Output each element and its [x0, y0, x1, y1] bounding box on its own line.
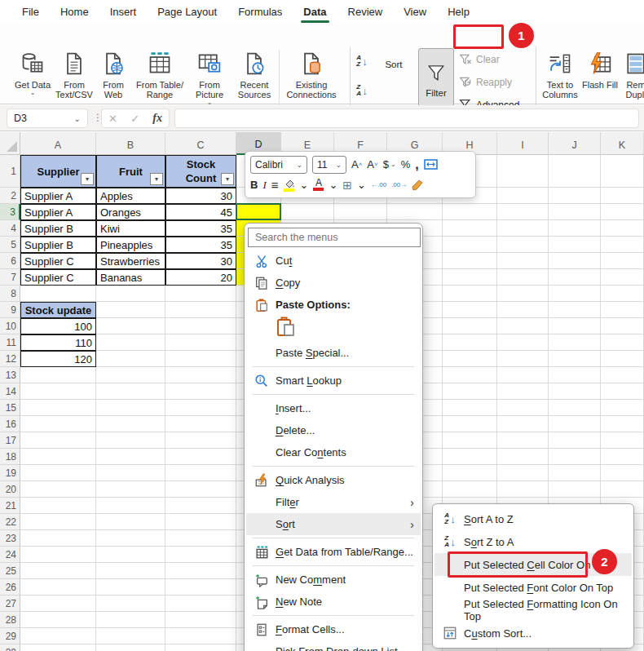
cell-A25[interactable]	[20, 563, 96, 579]
cell-K17[interactable]	[601, 432, 644, 449]
cell-H20[interactable]	[443, 481, 497, 498]
row-header-26[interactable]: 26	[0, 579, 20, 596]
cell-B9[interactable]	[96, 302, 165, 318]
submenu-item-put-selected-font-color-on-top[interactable]: Put Selected Font Color On Top	[434, 576, 632, 599]
cell-J3[interactable]	[549, 204, 601, 220]
cell-C10[interactable]	[165, 318, 236, 334]
percent-style-button[interactable]: %	[401, 159, 411, 170]
align-button[interactable]: ≡	[271, 179, 279, 191]
cell-H8[interactable]	[443, 286, 497, 302]
cell-A9[interactable]: Stock update	[20, 302, 96, 318]
font-color-button[interactable]: A	[313, 179, 324, 191]
shrink-font-button[interactable]: A˅	[367, 159, 377, 170]
cell-A13[interactable]	[20, 367, 96, 383]
row-header-29[interactable]: 29	[0, 628, 20, 644]
font-name-combo[interactable]: Calibri⌄	[250, 156, 307, 174]
submenu-item-sort-a-to-z[interactable]: AZ↓Sort A to Z	[434, 507, 632, 530]
menu-item-quick-analysis[interactable]: Quick Analysis	[246, 469, 421, 491]
cell-K20[interactable]	[601, 481, 644, 498]
cell-A18[interactable]	[20, 449, 96, 465]
cell-C1[interactable]: Stock Count▾	[165, 155, 236, 188]
row-header-15[interactable]: 15	[0, 400, 20, 416]
cell-I18[interactable]	[497, 449, 549, 465]
fill-color-button[interactable]	[284, 179, 295, 192]
cell-B19[interactable]	[96, 465, 165, 481]
cell-I6[interactable]	[497, 253, 549, 269]
cell-A30[interactable]	[20, 644, 96, 651]
cell-A28[interactable]	[20, 612, 96, 628]
cell-H12[interactable]	[443, 351, 497, 367]
cell-H14[interactable]	[443, 383, 497, 400]
column-header-B[interactable]: B	[96, 132, 165, 155]
cell-K5[interactable]	[601, 237, 644, 253]
row-header-10[interactable]: 10	[0, 318, 20, 334]
cell-A16[interactable]	[20, 416, 96, 432]
row-header-12[interactable]: 12	[0, 351, 20, 367]
cell-C14[interactable]	[165, 383, 236, 400]
cell-H4[interactable]	[443, 220, 497, 237]
cell-C27[interactable]	[165, 596, 236, 612]
row-header-5[interactable]: 5	[0, 237, 20, 253]
cell-I7[interactable]	[497, 269, 549, 286]
cell-A12[interactable]: 120	[20, 351, 96, 367]
menu-item-filter[interactable]: Filter›	[246, 491, 421, 513]
row-header-17[interactable]: 17	[0, 432, 20, 449]
cell-H3[interactable]	[443, 204, 497, 220]
cell-C22[interactable]	[165, 514, 236, 530]
cell-A8[interactable]	[20, 286, 96, 302]
row-header-27[interactable]: 27	[0, 596, 20, 612]
menu-item-clear-contents[interactable]: Clear Contents	[246, 441, 421, 463]
cell-C7[interactable]: 20	[165, 269, 236, 286]
text-to-columns-button[interactable]: Text to Columns	[538, 50, 582, 108]
cell-A2[interactable]: Supplier A	[20, 188, 96, 204]
cell-B3[interactable]: Oranges	[96, 204, 165, 220]
cell-K4[interactable]	[601, 220, 644, 237]
menu-item-format-cells[interactable]: Format Cells...	[246, 618, 421, 640]
cell-B12[interactable]	[96, 351, 165, 367]
cell-B29[interactable]	[96, 628, 165, 644]
cell-C20[interactable]	[165, 481, 236, 498]
sort-z-to-a-button[interactable]: ZA↓	[351, 80, 373, 101]
cell-A15[interactable]	[20, 400, 96, 416]
cell-I14[interactable]	[497, 383, 549, 400]
tab-view[interactable]: View	[393, 0, 437, 23]
cell-B15[interactable]	[96, 400, 165, 416]
cell-K19[interactable]	[601, 465, 644, 481]
cell-K2[interactable]	[601, 188, 644, 204]
cell-J17[interactable]	[549, 432, 601, 449]
cell-E3[interactable]	[281, 204, 334, 220]
cell-C26[interactable]	[165, 579, 236, 596]
cell-C28[interactable]	[165, 612, 236, 628]
cell-J11[interactable]	[549, 334, 601, 351]
row-header-19[interactable]: 19	[0, 465, 20, 481]
name-box[interactable]: D3 ⌄	[7, 108, 88, 128]
cell-A3[interactable]: Supplier A	[20, 204, 96, 220]
cell-A5[interactable]: Supplier B	[20, 237, 96, 253]
chevron-down-icon[interactable]: ⌄	[300, 179, 309, 191]
cell-K8[interactable]	[601, 286, 644, 302]
row-header-8[interactable]: 8	[0, 286, 20, 302]
cell-B25[interactable]	[96, 563, 165, 579]
chevron-down-icon[interactable]: ⌄	[329, 179, 337, 191]
row-header-24[interactable]: 24	[0, 547, 20, 563]
bold-button[interactable]: B	[250, 179, 258, 191]
insert-function-icon[interactable]: fx	[152, 112, 162, 125]
cell-B6[interactable]: Strawberries	[96, 253, 165, 269]
cell-A1[interactable]: Supplier▾	[20, 155, 96, 188]
menu-item-delete[interactable]: Delete...	[246, 419, 421, 441]
cell-H16[interactable]	[443, 416, 497, 432]
cell-C19[interactable]	[165, 465, 236, 481]
cell-K7[interactable]	[601, 269, 644, 286]
cell-B8[interactable]	[96, 286, 165, 302]
cell-H19[interactable]	[443, 465, 497, 481]
cell-C18[interactable]	[165, 449, 236, 465]
cell-I16[interactable]	[497, 416, 549, 432]
search-input[interactable]	[248, 228, 421, 247]
cell-K6[interactable]	[601, 253, 644, 269]
tab-page-layout[interactable]: Page Layout	[147, 0, 227, 23]
cell-I19[interactable]	[497, 465, 549, 481]
menu-item-paste-options[interactable]: Paste Options:	[246, 294, 421, 316]
cell-I10[interactable]	[497, 318, 549, 334]
cell-J5[interactable]	[549, 237, 601, 253]
tab-review[interactable]: Review	[337, 0, 394, 23]
